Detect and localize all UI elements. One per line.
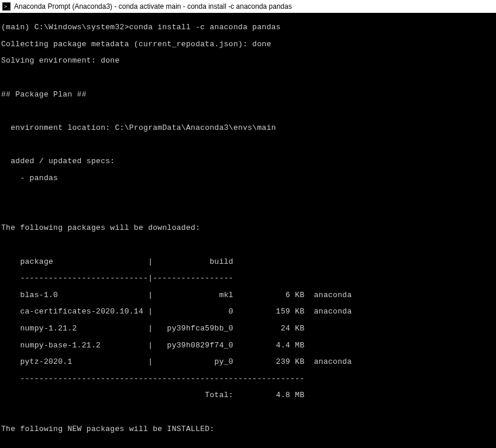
table-row: Total: 4.8 MB: [1, 391, 495, 399]
terminal-line: (main) C:\Windows\system32>conda install…: [1, 23, 495, 32]
terminal-line: [1, 74, 495, 82]
terminal-line: ## Package Plan ##: [1, 91, 495, 99]
terminal-icon: >_: [2, 2, 11, 11]
terminal-line: The following NEW packages will be INSTA…: [1, 425, 495, 433]
terminal-line: [1, 408, 495, 416]
table-row: pytz-2020.1 | py_0 239 KB anaconda: [1, 358, 495, 366]
table-row: package | build: [1, 258, 495, 266]
terminal-line: Solving environment: done: [1, 57, 495, 65]
window-title: Anaconda Prompt (Anaconda3) - conda acti…: [14, 2, 292, 11]
terminal-line: [1, 208, 495, 216]
table-row: ca-certificates-2020.10.14 | 0 159 KB an…: [1, 308, 495, 316]
table-row: ----------------------------------------…: [1, 375, 495, 383]
svg-text:>_: >_: [4, 4, 11, 9]
table-row: numpy-1.21.2 | py39hfca59bb_0 24 KB: [1, 325, 495, 333]
table-row: numpy-base-1.21.2 | py39h0829f74_0 4.4 M…: [1, 342, 495, 350]
table-row: ---------------------------|------------…: [1, 274, 495, 282]
terminal-area[interactable]: (main) C:\Windows\system32>conda install…: [0, 13, 496, 448]
terminal-line: [1, 241, 495, 249]
table-row: blas-1.0 | mkl 6 KB anaconda: [1, 291, 495, 299]
terminal-line: [1, 107, 495, 115]
terminal-line: [1, 140, 495, 149]
terminal-line: added / updated specs:: [1, 157, 495, 166]
terminal-line: Collecting package metadata (current_rep…: [1, 40, 495, 49]
terminal-line: environment location: C:\ProgramData\Ana…: [1, 124, 495, 132]
terminal-line: [1, 191, 495, 199]
terminal-line: [1, 442, 495, 448]
terminal-line: The following packages will be downloade…: [1, 224, 495, 232]
terminal-line: - pandas: [1, 174, 495, 182]
window-titlebar[interactable]: >_ Anaconda Prompt (Anaconda3) - conda a…: [0, 0, 496, 13]
